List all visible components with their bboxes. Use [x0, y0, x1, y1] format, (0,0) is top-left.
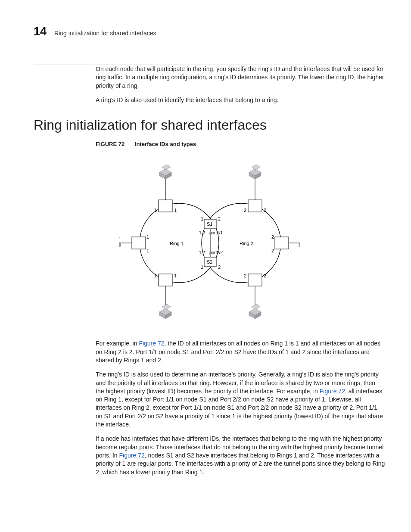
ring2-bottom-node — [248, 274, 262, 286]
ring1-left-top-id: 1 — [146, 234, 149, 240]
top-T-label: T — [209, 213, 212, 218]
s2-left-1: 1 — [201, 264, 203, 270]
ring-2-label: Ring 2 — [240, 241, 253, 246]
computer-icon — [159, 165, 171, 179]
ring2-top-right-id: 2 — [264, 208, 266, 213]
figure-label: FIGURE 72 — [96, 141, 125, 147]
figure-72-link[interactable]: Figure 72 — [139, 340, 164, 347]
computer-icon — [249, 165, 261, 179]
ring1-top-right-id: 1 — [174, 208, 177, 213]
after-p1: For example, in Figure 72, the ID of all… — [96, 339, 385, 364]
s1-12: 1,2 — [199, 230, 205, 235]
after-p2: The ring's ID is also used to determine … — [96, 370, 385, 429]
ring1-top-node — [159, 200, 172, 212]
figure-72-link[interactable]: Figure 72 — [320, 388, 345, 395]
p1a: For example, in — [96, 340, 139, 347]
computer-icon — [299, 235, 300, 250]
section-heading: Ring initialization for shared interface… — [34, 117, 385, 133]
ring-1-label: Ring 1 — [170, 241, 184, 246]
ring1-bot-right-id: 1 — [174, 273, 177, 278]
ring2-right-top-id: 2 — [271, 234, 274, 240]
figure-72-link[interactable]: Figure 72 — [119, 452, 144, 459]
intro-block: On each node that will participate in th… — [96, 65, 385, 104]
diagram-container: Ring 1 Ring 2 1 1 1 1 1 1 2 — [34, 157, 385, 329]
s1-left-1: 1 — [201, 216, 203, 221]
ring2-right-bot-id: 2 — [271, 248, 274, 253]
ring2-top-left-id: 2 — [244, 208, 246, 213]
intro-paragraph-1: On each node that will participate in th… — [96, 65, 385, 90]
ring1-left-node — [132, 237, 146, 249]
s2-label: S2 — [207, 259, 212, 264]
s1-right-2: 2 — [218, 216, 221, 221]
intro-paragraph-2: A ring's ID is also used to identify the… — [96, 96, 385, 104]
computer-icon — [159, 304, 171, 319]
ring1-left-bot-id: 1 — [146, 248, 149, 253]
ring2-bot-left-id: 2 — [244, 273, 246, 278]
ring1-top-left-id: 1 — [154, 208, 157, 213]
ring1-bottom-node — [159, 274, 172, 286]
ring2-top-node — [248, 200, 262, 212]
bottom-T-label: T — [209, 268, 212, 273]
port-1-1-label: port1/1 — [209, 230, 223, 235]
after-p3: If a node has interfaces that have diffe… — [96, 435, 385, 476]
s1-label: S1 — [207, 221, 212, 227]
ring-diagram: Ring 1 Ring 2 1 1 1 1 1 1 2 — [119, 157, 300, 329]
s2-12: 1,2 — [199, 250, 205, 255]
computer-icon — [119, 235, 121, 250]
after-block: For example, in Figure 72, the ID of all… — [96, 339, 385, 476]
ring2-bot-right-id: 2 — [264, 273, 266, 278]
ring2-right-node — [275, 237, 289, 249]
figure-title: Interface IDs and types — [135, 141, 196, 147]
computer-icon — [249, 304, 261, 319]
ring1-bot-left-id: 1 — [154, 273, 157, 278]
page-header: 14 Ring initialization for shared interf… — [34, 25, 385, 65]
page-number: 14 — [34, 25, 47, 38]
figure-caption: FIGURE 72 Interface IDs and types — [96, 141, 385, 147]
running-title: Ring initialization for shared interface… — [54, 30, 156, 37]
s2-right-2: 2 — [218, 264, 221, 270]
port-2-2-label: port2/2 — [209, 250, 223, 255]
